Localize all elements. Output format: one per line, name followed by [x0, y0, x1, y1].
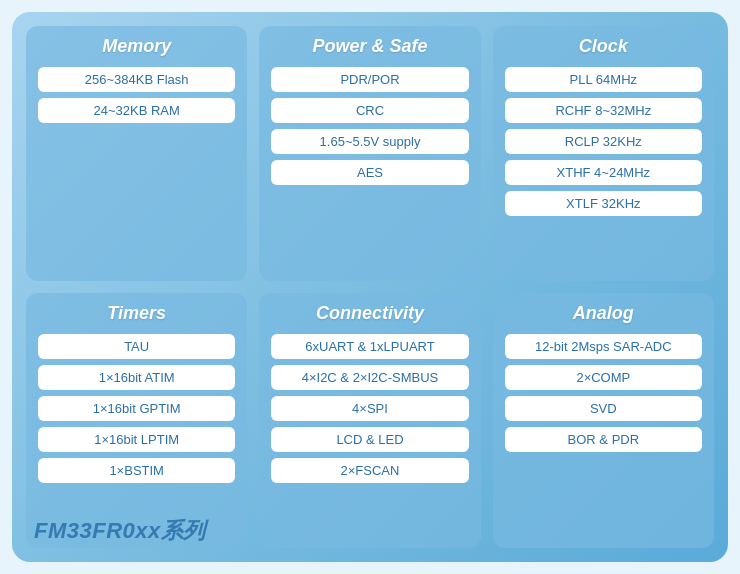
- card-timers: Timers TAU 1×16bit ATIM 1×16bit GPTIM 1×…: [26, 293, 247, 548]
- card-power-safe-item-1: CRC: [271, 98, 468, 123]
- card-analog: Analog 12-bit 2Msps SAR-ADC 2×COMP SVD B…: [493, 293, 714, 548]
- card-clock: Clock PLL 64MHz RCHF 8~32MHz RCLP 32KHz …: [493, 26, 714, 281]
- card-connectivity-item-0: 6xUART & 1xLPUART: [271, 334, 468, 359]
- card-analog-item-3: BOR & PDR: [505, 427, 702, 452]
- card-timers-item-1: 1×16bit ATIM: [38, 365, 235, 390]
- card-timers-title: Timers: [38, 303, 235, 324]
- card-analog-title: Analog: [505, 303, 702, 324]
- card-power-safe: Power & Safe PDR/POR CRC 1.65~5.5V suppl…: [259, 26, 480, 281]
- watermark-text: FM33FR0xx系列: [34, 516, 206, 546]
- card-power-safe-item-3: AES: [271, 160, 468, 185]
- card-connectivity-item-1: 4×I2C & 2×I2C-SMBUS: [271, 365, 468, 390]
- card-connectivity-item-4: 2×FSCAN: [271, 458, 468, 483]
- card-timers-item-2: 1×16bit GPTIM: [38, 396, 235, 421]
- card-analog-item-1: 2×COMP: [505, 365, 702, 390]
- card-analog-item-0: 12-bit 2Msps SAR-ADC: [505, 334, 702, 359]
- card-analog-item-2: SVD: [505, 396, 702, 421]
- card-power-safe-title: Power & Safe: [271, 36, 468, 57]
- card-timers-item-4: 1×BSTIM: [38, 458, 235, 483]
- card-connectivity-item-3: LCD & LED: [271, 427, 468, 452]
- card-timers-item-3: 1×16bit LPTIM: [38, 427, 235, 452]
- main-container: Memory 256~384KB Flash 24~32KB RAM Power…: [12, 12, 728, 562]
- card-clock-item-3: XTHF 4~24MHz: [505, 160, 702, 185]
- card-connectivity-title: Connectivity: [271, 303, 468, 324]
- card-power-safe-item-0: PDR/POR: [271, 67, 468, 92]
- card-connectivity: Connectivity 6xUART & 1xLPUART 4×I2C & 2…: [259, 293, 480, 548]
- card-memory-title: Memory: [38, 36, 235, 57]
- card-connectivity-item-2: 4×SPI: [271, 396, 468, 421]
- card-memory-item-0: 256~384KB Flash: [38, 67, 235, 92]
- card-timers-item-0: TAU: [38, 334, 235, 359]
- card-memory: Memory 256~384KB Flash 24~32KB RAM: [26, 26, 247, 281]
- card-clock-item-0: PLL 64MHz: [505, 67, 702, 92]
- card-clock-item-2: RCLP 32KHz: [505, 129, 702, 154]
- card-clock-title: Clock: [505, 36, 702, 57]
- card-clock-item-1: RCHF 8~32MHz: [505, 98, 702, 123]
- card-memory-item-1: 24~32KB RAM: [38, 98, 235, 123]
- card-power-safe-item-2: 1.65~5.5V supply: [271, 129, 468, 154]
- card-clock-item-4: XTLF 32KHz: [505, 191, 702, 216]
